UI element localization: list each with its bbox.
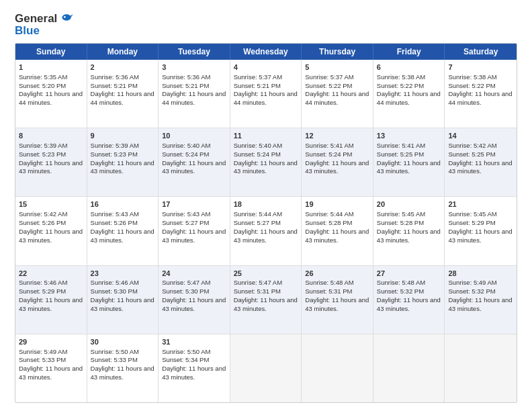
calendar-cell: 20Sunrise: 5:45 AMSunset: 5:28 PMDayligh… (373, 197, 445, 265)
day-info: Daylight: 11 hours and 43 minutes. (448, 159, 512, 175)
header-day-tuesday: Tuesday (159, 44, 230, 60)
svg-marker-1 (69, 14, 74, 19)
day-number: 29 (19, 337, 83, 347)
calendar-cell: 10Sunrise: 5:40 AMSunset: 5:24 PMDayligh… (159, 128, 230, 196)
day-info: Sunset: 5:33 PM (91, 356, 138, 363)
calendar-cell: 24Sunrise: 5:47 AMSunset: 5:30 PMDayligh… (159, 266, 230, 334)
svg-point-2 (64, 16, 66, 18)
calendar-week-5: 29Sunrise: 5:49 AMSunset: 5:33 PMDayligh… (15, 334, 517, 402)
day-info: Sunset: 5:29 PM (19, 287, 66, 295)
day-info: Sunset: 5:22 PM (448, 82, 495, 89)
day-info: Sunset: 5:29 PM (448, 219, 495, 226)
calendar-cell: 19Sunrise: 5:44 AMSunset: 5:28 PMDayligh… (302, 197, 373, 265)
day-info: Sunrise: 5:39 AM (19, 142, 67, 149)
day-info: Sunset: 5:32 PM (448, 287, 495, 295)
day-info: Sunrise: 5:50 AM (162, 348, 210, 355)
day-number: 5 (305, 62, 369, 73)
day-number: 4 (234, 62, 298, 73)
day-info: Sunrise: 5:43 AM (162, 210, 210, 218)
day-info: Sunset: 5:21 PM (234, 82, 281, 89)
calendar-cell: 3Sunrise: 5:36 AMSunset: 5:21 PMDaylight… (159, 60, 230, 128)
page: General Blue SundayMondayTuesdayWednesda… (0, 0, 532, 411)
day-info: Daylight: 11 hours and 43 minutes. (377, 159, 441, 175)
day-info: Sunrise: 5:47 AM (162, 279, 210, 286)
day-number: 22 (19, 269, 83, 279)
day-info: Sunset: 5:23 PM (19, 150, 66, 158)
calendar-cell: 14Sunrise: 5:42 AMSunset: 5:25 PMDayligh… (445, 128, 517, 196)
calendar-week-2: 8Sunrise: 5:39 AMSunset: 5:23 PMDaylight… (15, 128, 517, 196)
day-info: Sunrise: 5:46 AM (91, 279, 139, 286)
calendar-cell: 11Sunrise: 5:40 AMSunset: 5:24 PMDayligh… (230, 128, 302, 196)
day-info: Sunrise: 5:44 AM (234, 210, 282, 218)
calendar-cell: 22Sunrise: 5:46 AMSunset: 5:29 PMDayligh… (15, 266, 87, 334)
header-day-thursday: Thursday (302, 44, 373, 60)
calendar-cell (373, 334, 445, 402)
day-info: Sunset: 5:27 PM (162, 219, 209, 226)
day-info: Sunset: 5:22 PM (305, 82, 352, 89)
day-number: 17 (162, 199, 226, 210)
calendar-cell: 28Sunrise: 5:49 AMSunset: 5:32 PMDayligh… (445, 266, 517, 334)
day-number: 15 (19, 199, 83, 210)
day-info: Daylight: 11 hours and 43 minutes. (91, 365, 154, 381)
logo-general: General (15, 12, 57, 26)
day-info: Sunset: 5:20 PM (19, 82, 66, 89)
day-info: Daylight: 11 hours and 43 minutes. (162, 365, 226, 381)
day-info: Sunrise: 5:40 AM (234, 142, 282, 149)
day-info: Sunset: 5:21 PM (91, 82, 138, 89)
day-info: Daylight: 11 hours and 44 minutes. (377, 90, 441, 106)
day-info: Daylight: 11 hours and 43 minutes. (162, 159, 226, 175)
day-info: Sunset: 5:26 PM (91, 219, 138, 226)
day-info: Sunrise: 5:39 AM (91, 142, 139, 149)
day-number: 21 (448, 199, 513, 210)
day-number: 10 (162, 131, 226, 141)
calendar-cell: 5Sunrise: 5:37 AMSunset: 5:22 PMDaylight… (302, 60, 373, 128)
day-info: Sunrise: 5:43 AM (91, 210, 139, 218)
day-info: Daylight: 11 hours and 44 minutes. (448, 90, 512, 106)
day-number: 13 (377, 131, 441, 141)
day-info: Sunset: 5:32 PM (377, 287, 424, 295)
day-info: Daylight: 11 hours and 43 minutes. (91, 159, 154, 175)
day-info: Sunrise: 5:41 AM (377, 142, 425, 149)
day-info: Sunrise: 5:46 AM (19, 279, 67, 286)
day-info: Sunrise: 5:42 AM (448, 142, 496, 149)
logo-blue: Blue (15, 24, 40, 38)
day-number: 18 (234, 199, 298, 210)
calendar-cell: 30Sunrise: 5:50 AMSunset: 5:33 PMDayligh… (87, 334, 159, 402)
day-info: Sunrise: 5:50 AM (91, 348, 139, 355)
day-info: Sunset: 5:30 PM (162, 287, 209, 295)
day-number: 27 (377, 269, 441, 279)
day-info: Sunset: 5:24 PM (162, 150, 209, 158)
calendar-cell: 16Sunrise: 5:43 AMSunset: 5:26 PMDayligh… (87, 197, 159, 265)
day-info: Sunset: 5:28 PM (377, 219, 424, 226)
day-info: Daylight: 11 hours and 43 minutes. (305, 296, 369, 312)
day-info: Daylight: 11 hours and 44 minutes. (162, 90, 226, 106)
day-info: Sunrise: 5:49 AM (19, 348, 67, 355)
calendar-week-4: 22Sunrise: 5:46 AMSunset: 5:29 PMDayligh… (15, 265, 517, 334)
calendar-body: 1Sunrise: 5:35 AMSunset: 5:20 PMDaylight… (15, 60, 517, 402)
day-number: 23 (91, 269, 155, 279)
day-info: Sunrise: 5:47 AM (234, 279, 282, 286)
day-info: Daylight: 11 hours and 43 minutes. (305, 228, 369, 244)
day-info: Daylight: 11 hours and 44 minutes. (234, 90, 298, 106)
day-info: Sunrise: 5:45 AM (448, 210, 496, 218)
day-info: Daylight: 11 hours and 43 minutes. (91, 296, 154, 312)
day-number: 12 (305, 131, 369, 141)
day-info: Daylight: 11 hours and 43 minutes. (377, 296, 441, 312)
day-info: Daylight: 11 hours and 43 minutes. (234, 159, 298, 175)
calendar-week-1: 1Sunrise: 5:35 AMSunset: 5:20 PMDaylight… (15, 60, 517, 128)
calendar-cell (445, 334, 517, 402)
day-info: Sunset: 5:30 PM (91, 287, 138, 295)
calendar-cell: 27Sunrise: 5:48 AMSunset: 5:32 PMDayligh… (373, 266, 445, 334)
day-number: 20 (377, 199, 441, 210)
day-info: Sunrise: 5:45 AM (377, 210, 425, 218)
logo-text: General (15, 12, 75, 26)
day-number: 11 (234, 131, 298, 141)
day-info: Daylight: 11 hours and 43 minutes. (162, 296, 226, 312)
day-info: Daylight: 11 hours and 43 minutes. (305, 159, 369, 175)
day-info: Sunset: 5:31 PM (305, 287, 352, 295)
header-day-wednesday: Wednesday (230, 44, 302, 60)
day-info: Sunset: 5:23 PM (91, 150, 138, 158)
day-info: Sunset: 5:28 PM (305, 219, 352, 226)
calendar-cell: 9Sunrise: 5:39 AMSunset: 5:23 PMDaylight… (87, 128, 159, 196)
day-info: Sunrise: 5:42 AM (19, 210, 67, 218)
